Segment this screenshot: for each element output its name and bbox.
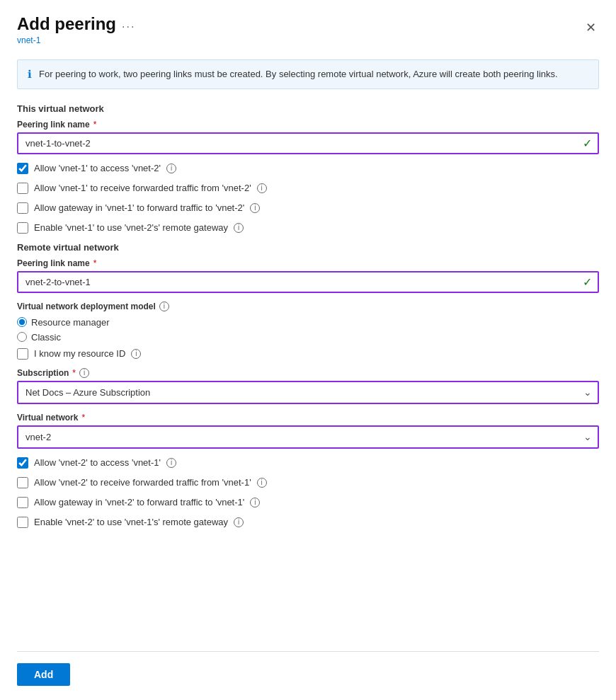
subscription-label: Subscription — [17, 368, 69, 378]
classic-radio[interactable] — [17, 332, 27, 342]
virtual-network-field: Virtual network * vnet-2 ⌄ — [17, 413, 599, 449]
title-text: Add peering — [17, 14, 116, 34]
remote-vnet-access-info-icon[interactable]: i — [166, 458, 176, 468]
this-peering-link-required: * — [93, 120, 97, 130]
remote-vnet-checkbox-row-1: Allow 'vnet-2' to access 'vnet-1' i — [17, 457, 599, 469]
remote-vnet-forwarded-info-icon[interactable]: i — [257, 478, 267, 488]
panel-subtitle: vnet-1 — [17, 35, 135, 45]
remote-vnet-gateway-forward-label: Allow gateway in 'vnet-2' to forward tra… — [34, 497, 244, 507]
remote-vnet-remote-gateway-checkbox[interactable] — [17, 517, 28, 528]
resource-manager-label: Resource manager — [31, 317, 110, 328]
remote-peering-link-input[interactable] — [17, 271, 599, 293]
remote-peering-link-required: * — [93, 258, 97, 268]
remote-vnet-gateway-forward-info-icon[interactable]: i — [250, 498, 260, 507]
know-resource-id-row: I know my resource ID i — [17, 348, 599, 360]
panel-header: Add peering ... vnet-1 ✕ — [17, 14, 599, 45]
info-banner: ℹ For peering to work, two peering links… — [17, 59, 599, 89]
virtual-network-label-row: Virtual network * — [17, 413, 599, 423]
info-banner-text: For peering to work, two peering links m… — [39, 67, 558, 81]
remote-vnet-remote-gateway-label: Enable 'vnet-2' to use 'vnet-1's' remote… — [34, 517, 228, 527]
this-vnet-remote-gateway-label: Enable 'vnet-1' to use 'vnet-2's' remote… — [34, 222, 228, 233]
subscription-required: * — [72, 368, 76, 378]
deployment-model-info-icon[interactable]: i — [159, 302, 169, 311]
deployment-model-label-row: Virtual network deployment model i — [17, 302, 599, 311]
remote-peering-link-check-icon: ✓ — [583, 275, 592, 289]
panel-title: Add peering ... — [17, 14, 135, 34]
this-vnet-section-title: This virtual network — [17, 103, 599, 114]
remote-virtual-network-section: Remote virtual network Peering link name… — [17, 242, 599, 528]
this-vnet-access-checkbox[interactable] — [17, 163, 28, 174]
know-resource-id-info-icon[interactable]: i — [131, 349, 141, 359]
virtual-network-select-wrapper: vnet-2 ⌄ — [17, 425, 599, 449]
this-vnet-gateway-forward-label: Allow gateway in 'vnet-1' to forward tra… — [34, 202, 244, 213]
virtual-network-label: Virtual network — [17, 413, 78, 423]
this-peering-link-input-wrapper: ✓ — [17, 132, 599, 154]
this-vnet-access-label: Allow 'vnet-1' to access 'vnet-2' — [34, 163, 161, 173]
subscription-label-row: Subscription * i — [17, 368, 599, 378]
this-vnet-checkbox-row-4: Enable 'vnet-1' to use 'vnet-2's' remote… — [17, 222, 599, 234]
subscription-select[interactable]: Net Docs – Azure Subscription — [17, 381, 599, 404]
this-vnet-checkbox-row-1: Allow 'vnet-1' to access 'vnet-2' i — [17, 163, 599, 174]
this-vnet-gateway-forward-info-icon[interactable]: i — [250, 203, 260, 213]
remote-vnet-access-checkbox[interactable] — [17, 457, 28, 469]
this-vnet-access-info-icon[interactable]: i — [166, 163, 176, 173]
this-vnet-remote-gateway-info-icon[interactable]: i — [234, 223, 244, 233]
this-vnet-forwarded-label: Allow 'vnet-1' to receive forwarded traf… — [34, 183, 251, 193]
this-vnet-remote-gateway-checkbox[interactable] — [17, 222, 28, 234]
remote-vnet-section-title: Remote virtual network — [17, 242, 599, 253]
remote-vnet-checkbox-row-3: Allow gateway in 'vnet-2' to forward tra… — [17, 497, 599, 508]
virtual-network-select[interactable]: vnet-2 — [17, 425, 599, 449]
this-vnet-checkbox-row-2: Allow 'vnet-1' to receive forwarded traf… — [17, 183, 599, 194]
panel-footer: Add — [17, 651, 599, 700]
remote-vnet-checkbox-row-4: Enable 'vnet-2' to use 'vnet-1's' remote… — [17, 517, 599, 528]
this-peering-link-check-icon: ✓ — [583, 137, 592, 150]
know-resource-id-label: I know my resource ID — [34, 348, 125, 359]
deployment-model-classic-row: Classic — [17, 332, 599, 343]
subscription-select-wrapper: Net Docs – Azure Subscription ⌄ — [17, 381, 599, 404]
this-vnet-forwarded-checkbox[interactable] — [17, 183, 28, 194]
remote-vnet-forwarded-label: Allow 'vnet-2' to receive forwarded traf… — [34, 477, 251, 488]
remote-vnet-forwarded-checkbox[interactable] — [17, 477, 28, 488]
this-vnet-checkbox-row-3: Allow gateway in 'vnet-1' to forward tra… — [17, 202, 599, 214]
this-peering-link-label: Peering link name — [17, 120, 90, 130]
remote-peering-link-label-row: Peering link name * — [17, 258, 599, 268]
this-vnet-forwarded-info-icon[interactable]: i — [257, 183, 267, 193]
deployment-model-label: Virtual network deployment model — [17, 302, 156, 311]
title-ellipsis: ... — [122, 18, 135, 30]
remote-vnet-remote-gateway-info-icon[interactable]: i — [234, 517, 244, 527]
this-virtual-network-section: This virtual network Peering link name *… — [17, 103, 599, 234]
this-peering-link-label-row: Peering link name * — [17, 120, 599, 130]
this-vnet-gateway-forward-checkbox[interactable] — [17, 202, 28, 214]
resource-manager-radio[interactable] — [17, 317, 27, 327]
close-icon: ✕ — [586, 21, 596, 35]
remote-vnet-access-label: Allow 'vnet-2' to access 'vnet-1' — [34, 457, 161, 468]
add-button[interactable]: Add — [17, 663, 70, 686]
this-peering-link-input[interactable] — [17, 132, 599, 154]
virtual-network-required: * — [81, 413, 85, 423]
remote-vnet-checkbox-row-2: Allow 'vnet-2' to receive forwarded traf… — [17, 477, 599, 488]
subscription-info-icon[interactable]: i — [79, 368, 89, 378]
content-area: ℹ For peering to work, two peering links… — [17, 48, 599, 651]
close-button[interactable]: ✕ — [583, 17, 599, 38]
remote-vnet-gateway-forward-checkbox[interactable] — [17, 497, 28, 508]
remote-peering-link-input-wrapper: ✓ — [17, 271, 599, 293]
add-button-label: Add — [34, 669, 53, 680]
deployment-model-resource-manager-row: Resource manager — [17, 317, 599, 328]
subscription-field: Subscription * i Net Docs – Azure Subscr… — [17, 368, 599, 404]
add-peering-panel: Add peering ... vnet-1 ✕ ℹ For peering t… — [0, 0, 616, 700]
title-group: Add peering ... vnet-1 — [17, 14, 135, 45]
remote-peering-link-label: Peering link name — [17, 258, 90, 268]
info-banner-icon: ℹ — [28, 68, 32, 81]
classic-label: Classic — [31, 332, 61, 343]
know-resource-id-checkbox[interactable] — [17, 348, 28, 360]
